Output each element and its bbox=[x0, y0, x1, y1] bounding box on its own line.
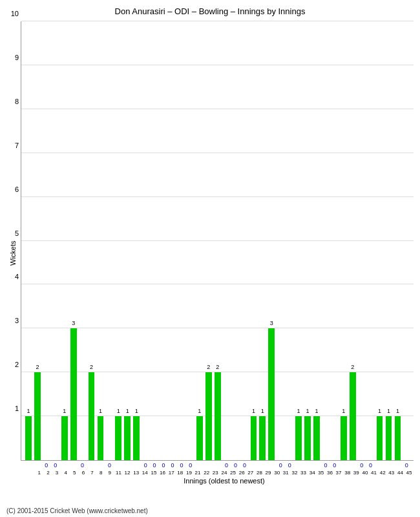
x-tick-1: 1 bbox=[35, 470, 44, 476]
x-tick-4: 4 bbox=[61, 470, 70, 476]
y-tick-7: 7 bbox=[7, 142, 19, 149]
bar-9: 1 bbox=[98, 416, 104, 460]
x-tick-43: 43 bbox=[387, 470, 396, 476]
bar-group-39: 2 bbox=[348, 21, 357, 460]
bar-group-24: 2 bbox=[213, 21, 222, 460]
chart-container: Don Anurasiri – ODI – Bowling – Innings … bbox=[0, 0, 420, 517]
bar-zero-26: 0 bbox=[231, 462, 240, 469]
bar-42: 1 bbox=[377, 416, 383, 460]
y-axis-label: Wickets bbox=[6, 21, 19, 485]
bar-group-41: 0 bbox=[366, 21, 375, 460]
y-tick-10: 10 bbox=[7, 10, 19, 17]
x-tick-44: 44 bbox=[396, 470, 405, 476]
x-tick-41: 41 bbox=[370, 470, 379, 476]
bar-value-1: 1 bbox=[25, 408, 32, 414]
bar-value-14: 1 bbox=[133, 408, 140, 414]
bar-44: 1 bbox=[395, 416, 401, 460]
bar-zero-19: 0 bbox=[177, 462, 186, 469]
bar-12: 1 bbox=[115, 416, 121, 460]
bar-zero-32: 0 bbox=[285, 462, 294, 469]
bar-group-44: 1 bbox=[393, 21, 402, 460]
x-tick-8: 8 bbox=[96, 470, 105, 476]
x-tick-31: 31 bbox=[282, 470, 291, 476]
x-tick-30: 30 bbox=[273, 470, 282, 476]
x-tick-15: 15 bbox=[149, 470, 158, 476]
bars-wrapper: 1200130210111000000122000113001110012001… bbox=[21, 21, 414, 460]
x-tick-2: 2 bbox=[44, 470, 53, 476]
x-tick-9: 9 bbox=[105, 470, 114, 476]
y-tick-1: 1 bbox=[7, 405, 19, 412]
chart-inner: 12345678910 1200130210111000000122000113… bbox=[21, 21, 414, 485]
bar-value-28: 1 bbox=[251, 408, 257, 414]
y-tick-8: 8 bbox=[7, 98, 19, 105]
bar-13: 1 bbox=[124, 416, 131, 460]
bar-zero-41: 0 bbox=[366, 462, 375, 469]
bar-group-11: 0 bbox=[105, 21, 114, 460]
bar-group-38: 1 bbox=[339, 21, 348, 460]
x-tick-13: 13 bbox=[132, 470, 141, 476]
bar-28: 1 bbox=[251, 416, 257, 460]
y-tick-4: 4 bbox=[7, 273, 19, 280]
bar-group-5: 1 bbox=[60, 21, 69, 460]
bar-5: 1 bbox=[61, 416, 68, 460]
bar-value-6: 3 bbox=[70, 320, 77, 326]
bar-zero-37: 0 bbox=[330, 462, 339, 469]
x-tick-7: 7 bbox=[88, 470, 97, 476]
bar-value-12: 1 bbox=[115, 408, 121, 414]
bar-group-17: 0 bbox=[159, 21, 168, 460]
bar-group-13: 1 bbox=[123, 21, 132, 460]
bar-24: 2 bbox=[215, 372, 221, 460]
bar-zero-17: 0 bbox=[159, 462, 168, 469]
x-tick-33: 33 bbox=[299, 470, 308, 476]
y-tick-6: 6 bbox=[7, 185, 19, 193]
bar-group-37: 0 bbox=[330, 21, 339, 460]
bar-group-34: 1 bbox=[303, 21, 312, 460]
bar-value-38: 1 bbox=[341, 408, 347, 414]
bar-group-22: 1 bbox=[195, 21, 204, 460]
bar-zero-21: 0 bbox=[186, 462, 195, 469]
bar-group-14: 1 bbox=[132, 21, 141, 460]
bar-8: 2 bbox=[89, 372, 95, 460]
bar-group-9: 1 bbox=[96, 21, 105, 460]
bar-zero-18: 0 bbox=[168, 462, 177, 469]
bar-22: 1 bbox=[196, 416, 203, 460]
bar-group-29: 1 bbox=[258, 21, 267, 460]
bar-group-42: 1 bbox=[375, 21, 384, 460]
bar-value-13: 1 bbox=[124, 408, 131, 414]
bar-value-33: 1 bbox=[295, 408, 302, 414]
x-tick-23: 23 bbox=[211, 470, 220, 476]
bar-35: 1 bbox=[313, 416, 320, 460]
bar-value-9: 1 bbox=[98, 408, 104, 414]
bar-zero-40: 0 bbox=[357, 462, 366, 469]
bar-group-43: 1 bbox=[384, 21, 394, 460]
x-tick-11: 11 bbox=[114, 470, 123, 476]
bar-value-23: 2 bbox=[205, 364, 212, 370]
x-tick-35: 35 bbox=[317, 470, 326, 476]
bar-value-29: 1 bbox=[259, 408, 266, 414]
bar-zero-7: 0 bbox=[78, 462, 87, 469]
bar-group-45: 0 bbox=[402, 21, 411, 460]
x-tick-25: 25 bbox=[229, 470, 238, 476]
x-tick-26: 26 bbox=[237, 470, 246, 476]
bar-value-8: 2 bbox=[89, 364, 95, 370]
bar-6: 3 bbox=[70, 328, 77, 460]
plot-area: 12345678910 1200130210111000000122000113… bbox=[21, 21, 414, 461]
bar-group-18: 0 bbox=[168, 21, 177, 460]
bar-group-31: 0 bbox=[276, 21, 285, 460]
x-tick-16: 16 bbox=[158, 470, 167, 476]
y-tick-3: 3 bbox=[7, 317, 19, 324]
x-tick-42: 42 bbox=[378, 470, 387, 476]
bar-group-33: 1 bbox=[294, 21, 303, 460]
bar-group-7: 0 bbox=[78, 21, 87, 460]
y-tick-5: 5 bbox=[7, 229, 19, 237]
bar-33: 1 bbox=[295, 416, 302, 460]
x-tick-22: 22 bbox=[202, 470, 211, 476]
bar-1: 1 bbox=[25, 416, 32, 460]
bar-value-35: 1 bbox=[313, 408, 320, 414]
bar-group-27: 0 bbox=[240, 21, 249, 460]
bar-group-36: 0 bbox=[321, 21, 330, 460]
bar-zero-15: 0 bbox=[141, 462, 150, 469]
y-tick-9: 9 bbox=[7, 54, 19, 61]
bar-group-21: 0 bbox=[186, 21, 195, 460]
bar-30: 3 bbox=[268, 328, 275, 460]
